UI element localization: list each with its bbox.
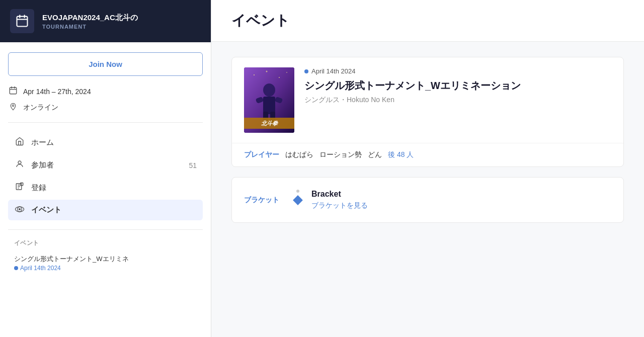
registration-label: 登録 <box>31 183 46 193</box>
date-meta-row: Apr 14th – 27th, 2024 <box>8 86 203 97</box>
location-text: オンライン <box>23 103 58 112</box>
svg-point-8 <box>12 105 14 106</box>
nav-item-events[interactable]: イベント <box>8 200 203 220</box>
players-more: 後 48 人 <box>388 150 414 159</box>
sidebar: EVOJAPAN2024_AC北斗の TOURNAMENT Join Now A… <box>0 0 211 337</box>
sub-item-event[interactable]: シングル形式トーナメント_Wエリミネ April 14th 2024 <box>8 251 203 275</box>
date-range-text: Apr 14th – 27th, 2024 <box>23 88 91 96</box>
nav-item-home[interactable]: ホーム <box>8 132 203 153</box>
event-subtitle: シングルス・Hokuto No Ken <box>304 96 611 105</box>
sidebar-body: Join Now Apr 14th – 27th, 2024 オンライン <box>0 42 211 337</box>
location-meta-row: オンライン <box>8 102 203 113</box>
main-header: イベント <box>211 0 644 42</box>
event-date-text: April 14th 2024 <box>311 67 355 75</box>
join-now-button[interactable]: Join Now <box>8 52 203 76</box>
participants-label: 参加者 <box>31 160 54 170</box>
svg-rect-0 <box>17 17 28 27</box>
thumbnail-art: 北斗拳 <box>244 67 294 133</box>
bracket-diamond-icon <box>293 195 303 205</box>
players-label: プレイヤー <box>244 150 279 159</box>
participants-count: 51 <box>189 161 197 170</box>
location-icon <box>8 102 18 113</box>
svg-point-22 <box>286 72 287 73</box>
sub-item-date-row: April 14th 2024 <box>14 265 197 272</box>
tournament-icon <box>10 9 34 33</box>
svg-point-23 <box>263 83 275 97</box>
sidebar-header: EVOJAPAN2024_AC北斗の TOURNAMENT <box>0 0 211 42</box>
events-icon <box>14 205 25 215</box>
main-content: イベント <box>211 0 644 337</box>
main-body: 北斗拳 April 14th 2024 シングル形式トーナメント_Wエリミネーシ… <box>211 42 644 248</box>
bracket-dot-top <box>296 190 299 193</box>
player-3-name: どん <box>368 150 382 159</box>
event-players-section: プレイヤー はむぱら ローション勢 どん 後 48 人 <box>232 143 623 166</box>
bracket-card: ブラケット Bracket ブラケットを見る <box>231 177 624 223</box>
svg-point-9 <box>18 161 21 164</box>
sidebar-section-label: イベント <box>14 239 197 247</box>
calendar-icon <box>15 14 29 28</box>
svg-point-17 <box>19 209 21 210</box>
bracket-view-link[interactable]: ブラケットを見る <box>311 201 368 209</box>
player-2-name: ローション勢 <box>319 150 362 159</box>
svg-point-21 <box>279 77 280 78</box>
svg-rect-4 <box>10 88 17 94</box>
thumbnail-svg: 北斗拳 <box>244 67 294 133</box>
bracket-label: ブラケット <box>244 196 279 205</box>
bracket-info: Bracket ブラケットを見る <box>311 190 611 210</box>
registration-icon <box>14 182 25 194</box>
sub-dot-icon <box>14 266 18 270</box>
sidebar-tournament-title: EVOJAPAN2024_AC北斗の <box>42 13 201 23</box>
event-info: April 14th 2024 シングル形式トーナメント_Wエリミネーション シ… <box>304 67 611 105</box>
home-icon <box>14 137 25 148</box>
divider-2 <box>8 229 203 230</box>
bracket-title: Bracket <box>311 190 611 199</box>
svg-text:北斗拳: 北斗拳 <box>261 120 279 126</box>
event-thumbnail: 北斗拳 <box>244 67 294 133</box>
event-date-dot <box>304 69 308 73</box>
page-title: イベント <box>231 11 624 30</box>
sidebar-header-text: EVOJAPAN2024_AC北斗の TOURNAMENT <box>42 13 201 30</box>
divider-1 <box>8 122 203 123</box>
event-card: 北斗拳 April 14th 2024 シングル形式トーナメント_Wエリミネーシ… <box>231 57 624 167</box>
event-name: シングル形式トーナメント_Wエリミネーション <box>304 79 611 93</box>
svg-point-19 <box>254 74 255 75</box>
sidebar-tournament-type: TOURNAMENT <box>42 24 201 30</box>
event-card-top: 北斗拳 April 14th 2024 シングル形式トーナメント_Wエリミネーシ… <box>232 57 623 143</box>
nav-item-participants[interactable]: 参加者 51 <box>8 154 203 176</box>
event-date-label: April 14th 2024 <box>304 67 611 75</box>
home-label: ホーム <box>31 138 54 147</box>
player-1-name: はむぱら <box>285 150 313 159</box>
sub-item-date: April 14th 2024 <box>20 265 61 272</box>
sub-item-name: シングル形式トーナメント_Wエリミネ <box>14 255 197 264</box>
events-label: イベント <box>31 205 61 215</box>
svg-rect-24 <box>263 97 275 114</box>
calendar-meta-icon <box>8 86 18 97</box>
nav-item-registration[interactable]: 登録 <box>8 177 203 199</box>
svg-point-20 <box>266 71 268 72</box>
bracket-diamond-container <box>294 197 301 204</box>
user-icon <box>14 159 25 171</box>
